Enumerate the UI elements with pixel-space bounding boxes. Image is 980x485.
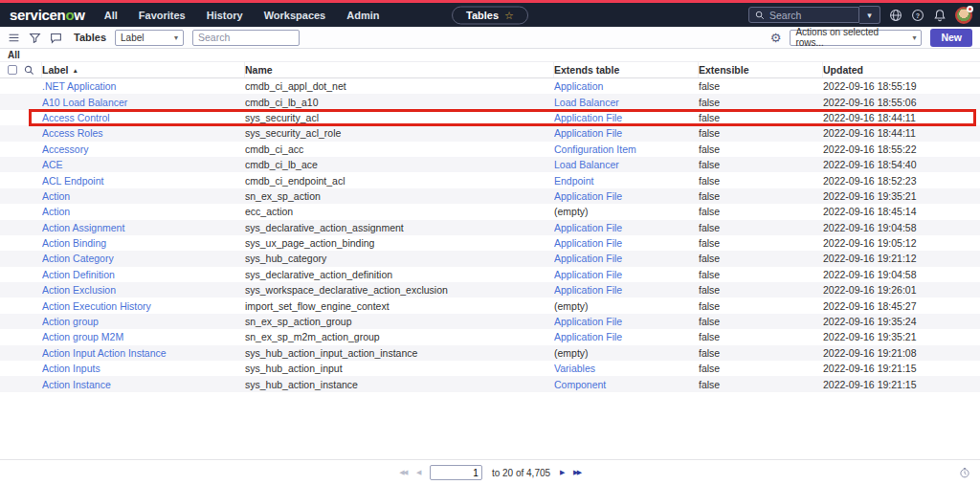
row-extends-link[interactable]: Application File (554, 127, 699, 139)
row-name: cmdb_ci_lb_ace (245, 159, 554, 170)
row-extends-link[interactable]: Application File (554, 253, 699, 264)
first-page-button[interactable]: ◀◀ (399, 469, 407, 476)
column-header-extensible[interactable]: Extensible (699, 62, 823, 77)
row-extends-link[interactable]: Component (554, 379, 699, 390)
help-icon[interactable]: ? (911, 9, 924, 22)
table-row: Action Definitionsys_declarative_action_… (0, 267, 980, 282)
row-extensible: false (699, 379, 823, 390)
row-label-link[interactable]: Action (42, 206, 245, 217)
global-search-input[interactable] (769, 10, 846, 21)
row-label-link[interactable]: Accessory (42, 143, 245, 155)
favorite-star-icon[interactable]: ☆ (504, 9, 514, 21)
row-name: sys_hub_action_input_action_instance (245, 347, 554, 359)
notifications-bell-icon[interactable] (933, 9, 947, 22)
settings-gear-icon[interactable]: ⚙ (770, 32, 782, 44)
actions-on-selected-rows-select[interactable]: Actions on selected rows... ▾ (790, 30, 922, 46)
row-name: cmdb_ci_appl_dot_net (245, 80, 554, 92)
column-header-updated[interactable]: Updated (823, 62, 980, 77)
header-right-cluster: ▾ ? (748, 6, 972, 24)
row-label-link[interactable]: Action Exclusion (42, 284, 245, 296)
row-name: cmdb_ci_acc (245, 143, 554, 155)
row-label-link[interactable]: Action Input Action Instance (42, 347, 245, 359)
row-extends-link[interactable]: Application File (554, 112, 699, 123)
row-updated: 2022-09-16 18:45:27 (823, 300, 980, 312)
row-label-link[interactable]: Action group M2M (42, 331, 245, 342)
row-extends-link[interactable]: Endpoint (554, 175, 699, 187)
servicenow-logo[interactable]: servicenow (10, 7, 85, 23)
row-extends-link[interactable]: Application File (554, 331, 699, 342)
nav-item-history[interactable]: History (207, 10, 243, 21)
row-updated: 2022-09-16 18:44:11 (823, 127, 980, 139)
row-extensible: false (699, 363, 823, 374)
row-extends-link[interactable]: Application (554, 80, 699, 92)
row-label-link[interactable]: Action Assignment (42, 222, 245, 233)
row-extends-link[interactable]: Application File (554, 284, 699, 296)
row-label-link[interactable]: ACL Endpoint (42, 175, 245, 187)
row-updated: 2022-09-16 19:35:24 (823, 316, 980, 327)
row-extends-link[interactable]: Application File (554, 269, 699, 280)
row-label-link[interactable]: Action Binding (42, 237, 245, 249)
chat-icon[interactable] (50, 32, 62, 44)
row-updated: 2022-09-16 19:04:58 (823, 269, 980, 280)
row-extends-link[interactable]: Application File (554, 222, 699, 233)
row-extensible: false (699, 175, 823, 187)
pager-controls: ◀◀ ◀ to 20 of 4,705 ▶ ▶▶ (399, 465, 581, 480)
row-label-link[interactable]: A10 Load Balancer (42, 97, 245, 108)
filter-funnel-icon[interactable] (29, 32, 41, 44)
row-extensible: false (699, 253, 823, 264)
select-all-checkbox[interactable] (8, 65, 17, 75)
logo-text-prefix: servicen (10, 7, 65, 23)
column-header-label[interactable]: Label ▲ (42, 62, 245, 77)
globe-icon[interactable] (889, 9, 902, 22)
list-toolbar: Tables Label ▾ ⚙ Actions on selected row… (0, 27, 980, 49)
previous-page-button[interactable]: ◀ (416, 469, 420, 476)
row-label-link[interactable]: Access Control (42, 112, 245, 123)
column-header-extends-table[interactable]: Extends table (554, 62, 699, 77)
table-row: Accessorycmdb_ci_accConfiguration Itemfa… (0, 142, 980, 157)
row-name: sn_ex_sp_action (245, 190, 554, 202)
list-search-toggle-icon[interactable] (24, 65, 34, 76)
context-pill-tables[interactable]: Tables ☆ (452, 6, 528, 24)
list-menu-icon[interactable] (8, 32, 20, 44)
nav-item-favorites[interactable]: Favorites (139, 10, 186, 21)
row-label-link[interactable]: ACE (42, 159, 245, 170)
row-extends-link[interactable]: Load Balancer (554, 159, 699, 170)
nav-item-all[interactable]: All (104, 10, 118, 21)
row-extends-link[interactable]: Load Balancer (554, 97, 699, 108)
row-extensible: false (699, 143, 823, 155)
row-name: sys_ux_page_action_binding (245, 237, 554, 249)
row-extends-link[interactable]: Application File (554, 237, 699, 249)
column-header-name[interactable]: Name (245, 62, 554, 77)
row-extensible: false (699, 316, 823, 327)
row-label-link[interactable]: Action (42, 190, 245, 202)
last-page-button[interactable]: ▶▶ (573, 469, 581, 476)
new-button[interactable]: New (930, 29, 972, 47)
search-column-select[interactable]: Label ▾ (115, 30, 184, 46)
next-page-button[interactable]: ▶ (560, 469, 564, 476)
row-label-link[interactable]: Access Roles (42, 127, 245, 139)
nav-item-workspaces[interactable]: Workspaces (264, 10, 326, 21)
nav-item-admin[interactable]: Admin (346, 10, 379, 21)
row-extends-link[interactable]: Configuration Item (554, 143, 699, 155)
row-label-link[interactable]: Action Instance (42, 379, 245, 390)
search-scope-dropdown[interactable]: ▾ (859, 6, 880, 24)
row-extends-link[interactable]: Application File (554, 190, 699, 202)
content-spacer (0, 392, 980, 459)
row-label-link[interactable]: Action Inputs (42, 363, 245, 374)
row-extends-link[interactable]: Variables (554, 363, 699, 374)
user-avatar[interactable] (955, 7, 972, 24)
row-extensible: false (699, 222, 823, 233)
list-search-input[interactable] (192, 30, 300, 46)
breadcrumb-all[interactable]: All (8, 50, 20, 60)
table-row: Action Bindingsys_ux_page_action_binding… (0, 235, 980, 251)
table-row: Action Instancesys_hub_action_instanceCo… (0, 376, 980, 391)
global-search[interactable] (748, 7, 859, 23)
row-label-link[interactable]: Action group (42, 316, 245, 327)
response-time-clock-icon[interactable] (959, 467, 970, 478)
row-extends-link[interactable]: Application File (554, 316, 699, 327)
row-label-link[interactable]: Action Category (42, 253, 245, 264)
row-label-link[interactable]: Action Definition (42, 269, 245, 280)
page-number-input[interactable] (430, 465, 482, 480)
row-label-link[interactable]: .NET Application (42, 80, 245, 92)
row-label-link[interactable]: Action Execution History (42, 300, 245, 312)
